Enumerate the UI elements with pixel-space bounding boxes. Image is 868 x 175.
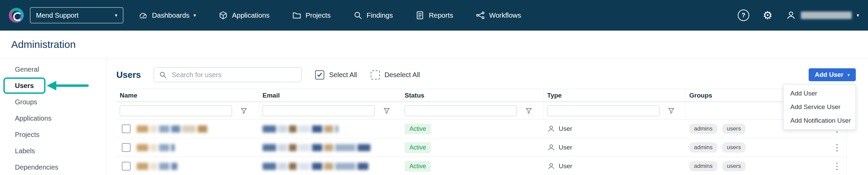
page-title: Administration (11, 39, 76, 50)
filter-funnel-icon[interactable] (525, 107, 533, 115)
nav-item-findings[interactable]: Findings (353, 11, 393, 20)
nav-label: Applications (232, 11, 270, 19)
sidebar-item-labels[interactable]: Labels (0, 143, 107, 159)
user-name-redacted (801, 12, 852, 19)
menu-item-add-service-user[interactable]: Add Service User (784, 100, 855, 114)
nav-item-reports[interactable]: Reports (415, 11, 453, 20)
table-filter-row (116, 102, 846, 120)
nav-item-applications[interactable]: Applications (218, 11, 270, 20)
topbar: Mend Support ▾ Dashboards ▾ Applications… (0, 0, 868, 31)
user-type-icon (547, 125, 555, 133)
sidebar-item-general[interactable]: General (0, 61, 107, 77)
sidebar-item-dependencies[interactable]: Dependencies (0, 159, 107, 175)
help-icon[interactable]: ? (738, 10, 749, 21)
filter-cell-email (259, 102, 401, 120)
column-header-type[interactable]: Type (544, 89, 686, 102)
gear-icon[interactable]: ⚙ (763, 10, 773, 21)
status-cell: Active (401, 157, 544, 175)
filter-funnel-icon[interactable] (668, 107, 675, 115)
chevron-down-icon: ▾ (856, 12, 859, 18)
nav-label: Dashboards (152, 11, 190, 19)
row-actions-kebab-icon[interactable]: ⋮ (832, 143, 842, 152)
user-email-redacted (263, 163, 368, 170)
search-icon (159, 71, 167, 79)
sidebar-item-users[interactable]: Users (0, 77, 107, 94)
select-all-control[interactable]: Select All (315, 70, 357, 80)
row-checkbox[interactable] (122, 124, 131, 133)
projects-icon (292, 11, 302, 20)
type-cell: User (544, 138, 686, 157)
email-cell (259, 120, 401, 138)
user-name-redacted (137, 125, 209, 133)
deselect-all-label: Deselect All (385, 71, 420, 79)
sidebar-item-applications[interactable]: Applications (0, 110, 107, 126)
topbar-right: ? ⚙ ▾ (738, 10, 859, 21)
user-email-redacted (263, 144, 370, 151)
row-checkbox[interactable] (122, 143, 131, 152)
user-search-box (154, 67, 302, 82)
type-cell: User (544, 157, 686, 175)
nav-item-projects[interactable]: Projects (292, 11, 331, 20)
main-nav: Dashboards ▾ Applications Projects Findi… (138, 11, 521, 20)
type-cell: User (544, 120, 686, 138)
filter-input-email[interactable] (263, 105, 375, 116)
column-header-status[interactable]: Status (401, 89, 544, 102)
users-section-title: Users (116, 70, 141, 80)
actions-cell: ⋮ (824, 157, 846, 175)
status-cell: Active (401, 138, 544, 157)
reports-icon (415, 11, 425, 20)
findings-icon (353, 11, 363, 20)
user-email-redacted (263, 125, 339, 133)
group-chip: admins (689, 161, 717, 171)
deselect-all-icon (371, 70, 380, 80)
menu-item-add-user[interactable]: Add User (784, 87, 855, 100)
filter-funnel-icon[interactable] (240, 107, 248, 115)
email-cell (259, 138, 401, 157)
org-selector-label: Mend Support (36, 12, 79, 19)
user-menu[interactable]: ▾ (786, 10, 859, 20)
user-type-icon (547, 162, 555, 170)
table-rows: Active User adminsusers ⋮ Active User ad… (116, 120, 846, 175)
menu-item-add-notification-user[interactable]: Add Notification User (784, 114, 855, 127)
column-header-email[interactable]: Email (259, 89, 401, 102)
dashboards-icon (138, 11, 148, 20)
column-header-name[interactable]: Name (116, 89, 259, 102)
table-header-row: Name Email Status Type Groups (116, 89, 846, 102)
filter-input-type[interactable] (547, 105, 659, 116)
add-user-menu: Add User Add Service User Add Notificati… (783, 84, 856, 130)
status-badge: Active (405, 142, 431, 153)
admin-sidebar: General Users Groups Applications Projec… (0, 58, 107, 175)
mend-admin-screen: Mend Support ▾ Dashboards ▾ Applications… (0, 0, 868, 175)
nav-label: Reports (429, 11, 453, 19)
user-type-icon (547, 143, 555, 152)
nav-item-workflows[interactable]: Workflows (476, 11, 521, 20)
deselect-all-control[interactable]: Deselect All (371, 70, 420, 80)
status-badge: Active (405, 161, 431, 172)
row-checkbox[interactable] (122, 162, 131, 171)
filter-input-name[interactable] (120, 105, 232, 116)
filter-funnel-icon[interactable] (383, 107, 390, 115)
chevron-down-icon: ▾ (194, 12, 196, 18)
email-cell (259, 157, 401, 175)
sidebar-item-projects[interactable]: Projects (0, 126, 107, 143)
org-selector-dropdown[interactable]: Mend Support ▾ (30, 7, 123, 23)
user-avatar-icon (786, 10, 796, 20)
table-row: Active User adminsusers ⋮ (116, 120, 846, 138)
table-row: Active User adminsusers ⋮ (116, 157, 846, 175)
nav-label: Workflows (489, 11, 521, 19)
actions-cell: ⋮ (824, 138, 846, 157)
row-actions-kebab-icon[interactable]: ⋮ (832, 162, 842, 171)
select-all-checkbox[interactable] (315, 70, 324, 80)
group-chip: admins (689, 124, 717, 134)
groups-cell: adminsusers (686, 157, 824, 175)
users-toolbar: Users Select All Deselect All Add U (116, 67, 856, 83)
filter-cell-status (401, 102, 544, 120)
nav-item-dashboards[interactable]: Dashboards ▾ (138, 11, 196, 20)
sidebar-item-groups[interactable]: Groups (0, 94, 107, 110)
type-label: User (559, 125, 572, 133)
add-user-button[interactable]: Add User ▾ (809, 68, 856, 81)
filter-input-status[interactable] (405, 105, 517, 116)
workflows-icon (476, 11, 485, 20)
search-input[interactable] (171, 71, 296, 79)
applications-icon (218, 11, 228, 20)
